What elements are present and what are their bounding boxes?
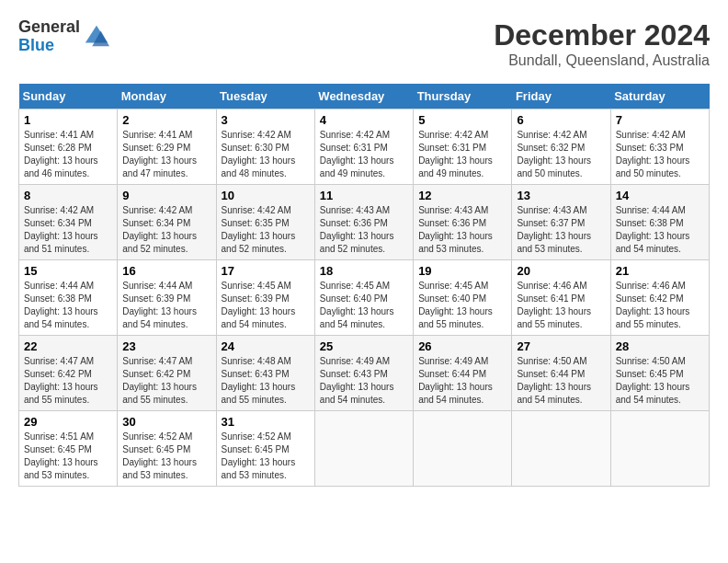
day-info: Sunrise: 4:44 AM Sunset: 6:39 PM Dayligh… [122,280,210,331]
day-number: 18 [320,264,408,278]
day-info: Sunrise: 4:42 AM Sunset: 6:31 PM Dayligh… [418,129,506,180]
col-header-monday: Monday [118,84,216,109]
day-info: Sunrise: 4:46 AM Sunset: 6:41 PM Dayligh… [517,280,605,331]
day-info: Sunrise: 4:42 AM Sunset: 6:31 PM Dayligh… [320,129,408,180]
logo: General Blue [18,18,109,55]
day-info: Sunrise: 4:45 AM Sunset: 6:39 PM Dayligh… [222,280,310,331]
calendar-cell: 17Sunrise: 4:45 AM Sunset: 6:39 PM Dayli… [216,260,314,336]
day-number: 22 [24,339,112,353]
day-info: Sunrise: 4:45 AM Sunset: 6:40 PM Dayligh… [418,280,506,331]
calendar-cell: 4Sunrise: 4:42 AM Sunset: 6:31 PM Daylig… [314,109,413,185]
col-header-thursday: Thursday [414,84,512,109]
calendar-cell: 16Sunrise: 4:44 AM Sunset: 6:39 PM Dayli… [118,260,216,336]
day-number: 16 [122,264,210,278]
day-number: 13 [517,189,605,202]
calendar-cell: 3Sunrise: 4:42 AM Sunset: 6:30 PM Daylig… [216,109,314,185]
day-info: Sunrise: 4:47 AM Sunset: 6:42 PM Dayligh… [122,355,210,407]
calendar-cell: 22Sunrise: 4:47 AM Sunset: 6:42 PM Dayli… [19,336,118,411]
day-info: Sunrise: 4:43 AM Sunset: 6:37 PM Dayligh… [517,204,605,256]
day-info: Sunrise: 4:49 AM Sunset: 6:43 PM Dayligh… [320,355,408,407]
day-number: 3 [222,113,310,127]
calendar-cell: 18Sunrise: 4:45 AM Sunset: 6:40 PM Dayli… [314,260,413,336]
day-number: 11 [320,189,408,202]
col-header-saturday: Saturday [610,84,709,109]
day-info: Sunrise: 4:52 AM Sunset: 6:45 PM Dayligh… [122,431,210,482]
col-header-wednesday: Wednesday [314,84,413,109]
logo-general: General [18,18,80,37]
day-number: 17 [222,264,310,278]
day-info: Sunrise: 4:44 AM Sunset: 6:38 PM Dayligh… [24,280,112,331]
day-number: 31 [222,415,310,429]
calendar-cell: 1Sunrise: 4:41 AM Sunset: 6:28 PM Daylig… [19,109,118,185]
header-row: SundayMondayTuesdayWednesdayThursdayFrid… [19,84,710,109]
col-header-tuesday: Tuesday [216,84,314,109]
day-number: 2 [122,113,210,127]
calendar-cell: 2Sunrise: 4:41 AM Sunset: 6:29 PM Daylig… [118,109,216,185]
location: Bundall, Queensland, Australia [494,52,710,69]
calendar-cell: 13Sunrise: 4:43 AM Sunset: 6:37 PM Dayli… [512,185,610,260]
day-number: 7 [616,113,704,127]
logo-icon [84,24,109,50]
month-title: December 2024 [494,18,710,52]
calendar-cell: 26Sunrise: 4:49 AM Sunset: 6:44 PM Dayli… [414,336,512,411]
calendar-cell: 10Sunrise: 4:42 AM Sunset: 6:35 PM Dayli… [216,185,314,260]
calendar-cell: 9Sunrise: 4:42 AM Sunset: 6:34 PM Daylig… [118,185,216,260]
day-number: 12 [418,189,506,202]
col-header-friday: Friday [512,84,610,109]
day-number: 9 [122,189,210,202]
day-number: 25 [320,339,408,353]
week-row-3: 15Sunrise: 4:44 AM Sunset: 6:38 PM Dayli… [19,260,710,336]
day-number: 1 [24,113,112,127]
calendar-cell: 14Sunrise: 4:44 AM Sunset: 6:38 PM Dayli… [610,185,709,260]
day-info: Sunrise: 4:46 AM Sunset: 6:42 PM Dayligh… [616,280,704,331]
calendar-cell: 19Sunrise: 4:45 AM Sunset: 6:40 PM Dayli… [414,260,512,336]
day-number: 10 [222,189,310,202]
calendar-table: SundayMondayTuesdayWednesdayThursdayFrid… [18,84,710,487]
day-info: Sunrise: 4:51 AM Sunset: 6:45 PM Dayligh… [24,431,112,482]
day-number: 23 [122,339,210,353]
week-row-2: 8Sunrise: 4:42 AM Sunset: 6:34 PM Daylig… [19,185,710,260]
day-info: Sunrise: 4:50 AM Sunset: 6:45 PM Dayligh… [616,355,704,407]
day-number: 29 [24,415,112,429]
day-info: Sunrise: 4:42 AM Sunset: 6:35 PM Dayligh… [222,204,310,256]
calendar-cell: 8Sunrise: 4:42 AM Sunset: 6:34 PM Daylig… [19,185,118,260]
week-row-5: 29Sunrise: 4:51 AM Sunset: 6:45 PM Dayli… [19,411,710,487]
calendar-cell: 28Sunrise: 4:50 AM Sunset: 6:45 PM Dayli… [610,336,709,411]
day-info: Sunrise: 4:42 AM Sunset: 6:32 PM Dayligh… [517,129,605,180]
week-row-4: 22Sunrise: 4:47 AM Sunset: 6:42 PM Dayli… [19,336,710,411]
calendar-cell [610,411,709,487]
day-info: Sunrise: 4:47 AM Sunset: 6:42 PM Dayligh… [24,355,112,407]
day-number: 15 [24,264,112,278]
calendar-cell: 21Sunrise: 4:46 AM Sunset: 6:42 PM Dayli… [610,260,709,336]
calendar-cell: 27Sunrise: 4:50 AM Sunset: 6:44 PM Dayli… [512,336,610,411]
calendar-cell: 20Sunrise: 4:46 AM Sunset: 6:41 PM Dayli… [512,260,610,336]
day-info: Sunrise: 4:41 AM Sunset: 6:29 PM Dayligh… [122,129,210,180]
day-info: Sunrise: 4:42 AM Sunset: 6:30 PM Dayligh… [222,129,310,180]
day-info: Sunrise: 4:41 AM Sunset: 6:28 PM Dayligh… [24,129,112,180]
calendar-cell: 7Sunrise: 4:42 AM Sunset: 6:33 PM Daylig… [610,109,709,185]
calendar-cell: 6Sunrise: 4:42 AM Sunset: 6:32 PM Daylig… [512,109,610,185]
day-info: Sunrise: 4:43 AM Sunset: 6:36 PM Dayligh… [418,204,506,256]
day-info: Sunrise: 4:48 AM Sunset: 6:43 PM Dayligh… [222,355,310,407]
calendar-cell: 24Sunrise: 4:48 AM Sunset: 6:43 PM Dayli… [216,336,314,411]
day-info: Sunrise: 4:49 AM Sunset: 6:44 PM Dayligh… [418,355,506,407]
week-row-1: 1Sunrise: 4:41 AM Sunset: 6:28 PM Daylig… [19,109,710,185]
calendar-cell: 12Sunrise: 4:43 AM Sunset: 6:36 PM Dayli… [414,185,512,260]
page-header: General Blue December 2024 Bundall, Quee… [18,18,710,69]
calendar-cell [314,411,413,487]
day-info: Sunrise: 4:43 AM Sunset: 6:36 PM Dayligh… [320,204,408,256]
day-info: Sunrise: 4:42 AM Sunset: 6:33 PM Dayligh… [616,129,704,180]
day-info: Sunrise: 4:50 AM Sunset: 6:44 PM Dayligh… [517,355,605,407]
day-number: 14 [616,189,704,202]
day-number: 30 [122,415,210,429]
calendar-cell: 11Sunrise: 4:43 AM Sunset: 6:36 PM Dayli… [314,185,413,260]
day-info: Sunrise: 4:44 AM Sunset: 6:38 PM Dayligh… [616,204,704,256]
logo-blue: Blue [18,37,80,55]
calendar-cell [512,411,610,487]
day-info: Sunrise: 4:52 AM Sunset: 6:45 PM Dayligh… [222,431,310,482]
day-info: Sunrise: 4:42 AM Sunset: 6:34 PM Dayligh… [122,204,210,256]
day-number: 5 [418,113,506,127]
calendar-cell: 15Sunrise: 4:44 AM Sunset: 6:38 PM Dayli… [19,260,118,336]
calendar-cell [414,411,512,487]
day-number: 26 [418,339,506,353]
